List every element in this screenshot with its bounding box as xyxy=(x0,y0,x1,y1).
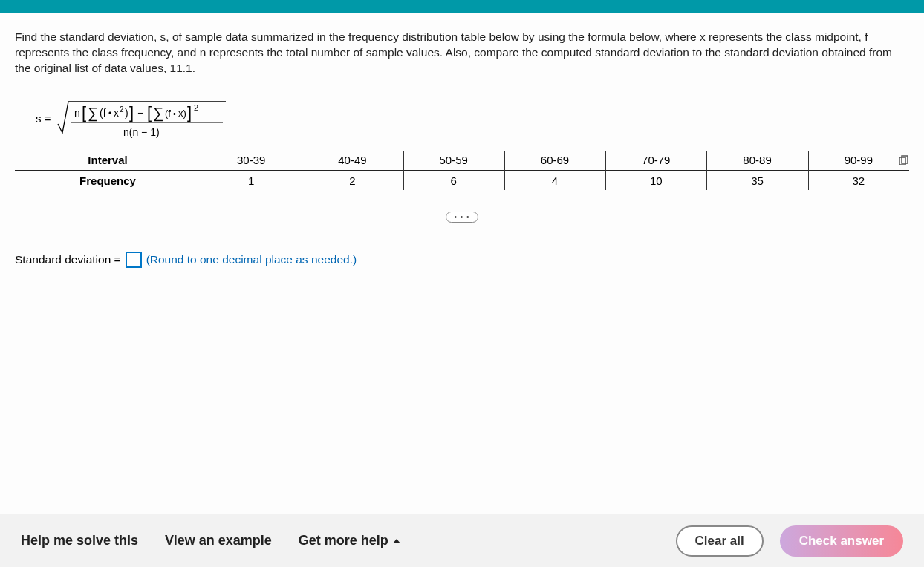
section-divider: • • • xyxy=(15,217,909,217)
svg-text:]: ] xyxy=(187,103,192,122)
svg-text:•: • xyxy=(108,108,111,119)
interval-cell: 50-59 xyxy=(403,152,504,170)
svg-text:]: ] xyxy=(129,103,134,122)
app-header-bar xyxy=(0,0,924,13)
frequency-cell: 4 xyxy=(504,171,605,189)
formula-display: s = n [ ∑ (f • x 2 ) ] − [ ∑ (f • x) ] 2 xyxy=(36,94,909,142)
get-more-help-label: Get more help xyxy=(299,533,388,548)
frequency-cell: 35 xyxy=(706,171,807,189)
check-answer-button[interactable]: Check answer xyxy=(780,525,903,557)
svg-text:): ) xyxy=(125,107,128,119)
table-row: Frequency 1 2 6 4 10 35 32 xyxy=(15,171,909,189)
svg-text:∑: ∑ xyxy=(153,105,163,122)
svg-text:∑: ∑ xyxy=(88,105,98,122)
svg-text:x): x) xyxy=(178,108,186,119)
frequency-cell: 6 xyxy=(403,171,504,189)
row-label-interval: Interval xyxy=(15,152,201,170)
view-example-button[interactable]: View an example xyxy=(165,533,272,548)
answer-label: Standard deviation = xyxy=(15,253,121,266)
frequency-cell: 32 xyxy=(808,171,909,189)
interval-cell: 40-49 xyxy=(302,152,403,170)
frequency-cell: 10 xyxy=(605,171,706,189)
svg-text:(f: (f xyxy=(165,108,171,119)
answer-row: Standard deviation = (Round to one decim… xyxy=(15,252,909,268)
question-prompt: Find the standard deviation, s, of sampl… xyxy=(15,30,909,76)
get-more-help-button[interactable]: Get more help xyxy=(299,533,400,548)
standard-deviation-input[interactable] xyxy=(126,252,142,268)
interval-cell: 80-89 xyxy=(706,152,807,170)
frequency-cell: 1 xyxy=(201,171,302,189)
svg-text:•: • xyxy=(173,109,176,118)
help-me-solve-label: Help me solve this xyxy=(21,533,138,548)
footer-toolbar: Help me solve this View an example Get m… xyxy=(0,514,924,567)
svg-text:2: 2 xyxy=(120,105,124,114)
table-row: Interval 30-39 40-49 50-59 60-69 70-79 8… xyxy=(15,152,909,171)
rounding-hint: (Round to one decimal place as needed.) xyxy=(146,253,357,266)
interval-cell: 60-69 xyxy=(504,152,605,170)
expand-ellipsis-button[interactable]: • • • xyxy=(446,212,478,223)
svg-text:n: n xyxy=(74,107,80,119)
copy-icon[interactable] xyxy=(897,155,909,167)
interval-cell: 70-79 xyxy=(605,152,706,170)
question-content: Find the standard deviation, s, of sampl… xyxy=(0,13,924,268)
clear-all-button[interactable]: Clear all xyxy=(676,525,764,557)
help-me-solve-button[interactable]: Help me solve this xyxy=(21,533,138,548)
svg-text:n(n − 1): n(n − 1) xyxy=(123,126,160,138)
svg-text:(f: (f xyxy=(100,107,106,119)
svg-text:2: 2 xyxy=(194,103,198,112)
interval-cell: 30-39 xyxy=(201,152,302,170)
view-example-label: View an example xyxy=(165,533,272,548)
frequency-cell: 2 xyxy=(302,171,403,189)
svg-text:[: [ xyxy=(147,103,152,122)
row-label-frequency: Frequency xyxy=(15,171,201,189)
interval-cell: 90-99 xyxy=(808,152,909,170)
caret-up-icon xyxy=(393,539,400,543)
frequency-table: Interval 30-39 40-49 50-59 60-69 70-79 8… xyxy=(15,152,909,189)
svg-text:s =: s = xyxy=(36,112,51,125)
svg-text:[: [ xyxy=(82,103,86,122)
svg-text:x: x xyxy=(114,107,119,119)
svg-text:−: − xyxy=(137,107,143,119)
